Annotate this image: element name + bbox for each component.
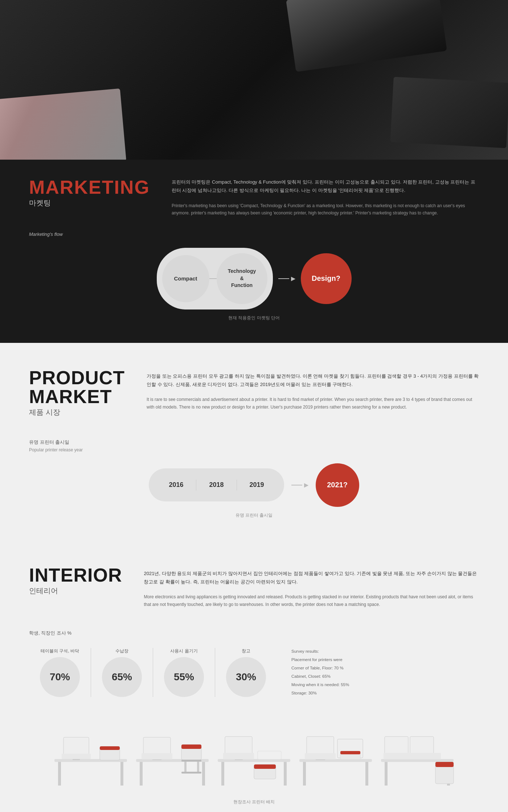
- desk-2: [134, 726, 210, 790]
- svg-rect-38: [381, 759, 454, 762]
- flow-design-label: Design?: [312, 274, 340, 283]
- survey-label-4: 창고: [226, 648, 266, 654]
- flow-compact-label: Compact: [174, 275, 197, 282]
- survey-circle-1: 70%: [40, 657, 80, 697]
- marketing-title-en: MARKETING: [29, 178, 150, 197]
- survey-item-2: 수납장 65%: [91, 648, 153, 697]
- pm-korean-text: 가정을 또는 오피스용 프린터 모두 광고를 하지 않는 특이점을 발견하였다.…: [147, 372, 479, 389]
- svg-rect-47: [435, 762, 454, 767]
- svg-rect-28: [254, 764, 276, 769]
- interior-section: INTERIOR 인테리어 2021년, 다양한 용도의 제품군의 비치가 많아…: [0, 540, 508, 623]
- year-2019: 2019: [237, 474, 277, 496]
- svg-rect-19: [181, 772, 201, 774]
- survey-label-2: 수납장: [102, 648, 142, 654]
- interior-korean-text: 2021년, 다양한 용도의 제품군의 비치가 많아지면서 집안 인테리어에는 …: [144, 569, 479, 586]
- flow-pill-design: Design?: [301, 253, 352, 304]
- svg-rect-26: [258, 751, 281, 759]
- flow-tech-label: Technology&Function: [228, 268, 256, 289]
- desk-caption: 현장조사 프린터 배치: [29, 799, 479, 805]
- survey-circle-3: 55%: [164, 657, 204, 697]
- desk-1: [53, 726, 129, 790]
- marketing-korean-text: 프린터의 마켓팅은 Compact, Technology & Function…: [172, 178, 479, 195]
- survey-pct-2: 65%: [112, 671, 132, 683]
- interior-title-en: INTERIOR: [29, 566, 122, 585]
- survey-pct-4: 30%: [236, 671, 256, 683]
- svg-rect-29: [299, 759, 372, 762]
- years-section: 유명 프린터 출시일 Popular printer release year …: [0, 432, 508, 540]
- flow-pill-compact: Compact: [162, 255, 209, 302]
- svg-rect-34: [305, 753, 336, 759]
- svg-rect-15: [181, 745, 201, 749]
- desk-5: [379, 726, 455, 790]
- svg-rect-22: [284, 762, 287, 786]
- years-sublabel: 유명 프린터 출시일: [29, 439, 479, 446]
- svg-rect-25: [223, 753, 254, 759]
- desk-svg-5: [379, 726, 455, 790]
- svg-rect-39: [385, 762, 388, 786]
- marketing-title-kr: 마켓팅: [29, 198, 150, 208]
- hero-section: [0, 0, 508, 160]
- marketing-flow-section: Marketing's flow Compact Technology&Func…: [0, 217, 508, 343]
- flow-pill-technology: Technology&Function: [217, 253, 267, 304]
- year-2016: 2016: [156, 474, 196, 496]
- svg-rect-16: [181, 760, 201, 762]
- flow-arrow-1: [209, 278, 217, 279]
- desk-svg-2: [134, 726, 210, 790]
- svg-rect-1: [58, 762, 61, 786]
- survey-label: 학생, 직장인 조사 %: [29, 630, 479, 636]
- svg-rect-17: [184, 762, 187, 772]
- svg-rect-13: [142, 753, 172, 759]
- svg-rect-45: [384, 753, 441, 759]
- svg-rect-2: [120, 762, 123, 786]
- pm-english-text: It is rare to see commercials and advert…: [147, 396, 479, 411]
- desk-svg-3: [216, 726, 292, 790]
- svg-rect-21: [221, 762, 224, 786]
- svg-rect-9: [140, 762, 143, 786]
- flow-label: Marketing's flow: [29, 231, 479, 237]
- svg-rect-5: [62, 754, 91, 759]
- year-2018: 2018: [196, 474, 236, 496]
- interior-title-kr: 인테리어: [29, 586, 122, 596]
- survey-label-1: 테이블의 구석, 바닥: [40, 648, 80, 654]
- survey-item-1: 테이블의 구석, 바닥 70%: [29, 648, 91, 697]
- svg-rect-7: [100, 746, 120, 750]
- desk-svg-4: [298, 726, 374, 790]
- marketing-header: MARKETING 마켓팅 프린터의 마켓팅은 Compact, Technol…: [0, 160, 508, 217]
- desk-3: [216, 726, 292, 790]
- survey-pct-1: 70%: [50, 671, 70, 683]
- survey-section: 학생, 직장인 조사 % 테이블의 구석, 바닥 70% 수납장 65% 사용시…: [0, 623, 508, 719]
- years-caption: 유명 프린터 출시일: [29, 512, 479, 518]
- svg-rect-18: [197, 762, 199, 772]
- desk-svg-1: [53, 726, 129, 790]
- year-2021: 2021?: [316, 463, 359, 507]
- interior-english-text: More electronics and living appliances i…: [144, 593, 479, 608]
- pm-title-en: PRODUCT MARKET: [29, 368, 125, 406]
- svg-rect-37: [340, 751, 360, 754]
- product-market-section: PRODUCT MARKET 제품 시장 가정을 또는 오피스용 프린터 모두 …: [0, 343, 508, 432]
- svg-rect-31: [365, 762, 368, 786]
- pm-title-kr: 제품 시장: [29, 407, 125, 417]
- marketing-english-text: Printer's marketing has been using 'Comp…: [172, 202, 479, 217]
- flow-caption: 현재 적용중인 마켓팅 단어: [29, 315, 479, 321]
- survey-notes: Survey results: Placement for printers w…: [277, 647, 479, 697]
- svg-rect-30: [303, 762, 306, 786]
- survey-item-4: 창고 30%: [215, 648, 277, 697]
- flow-arrow-icon: ▶: [291, 275, 295, 282]
- hero-box-right: [390, 77, 508, 148]
- svg-rect-10: [202, 762, 205, 786]
- years-label: Popular printer release year: [29, 447, 479, 452]
- hero-box-left: [0, 89, 126, 160]
- desk-section: 현장조사 프린터 배치: [0, 719, 508, 812]
- survey-item-3: 사용시 옮기기 55%: [153, 648, 215, 697]
- survey-pct-3: 55%: [174, 671, 194, 683]
- survey-circle-4: 30%: [226, 657, 266, 697]
- survey-label-3: 사용시 옮기기: [164, 648, 204, 654]
- survey-circle-2: 65%: [102, 657, 142, 697]
- flow-arrow-2: [278, 278, 289, 279]
- desk-4: [298, 726, 374, 790]
